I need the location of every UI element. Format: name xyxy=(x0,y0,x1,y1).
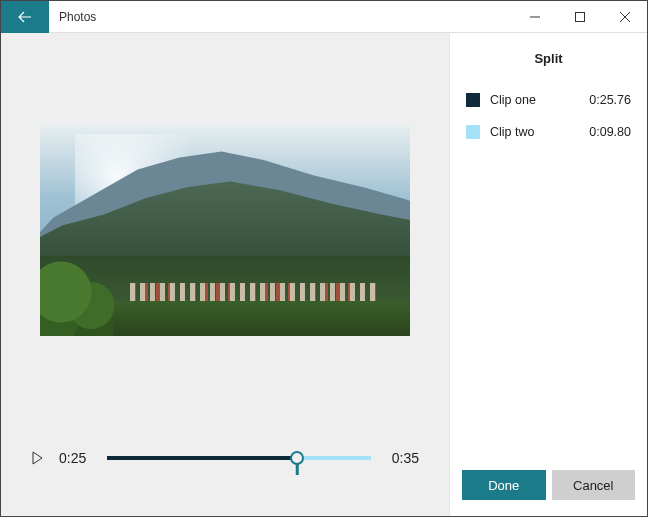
window-controls xyxy=(512,1,647,33)
minimize-button[interactable] xyxy=(512,1,557,33)
clip-row[interactable]: Clip one 0:25.76 xyxy=(466,84,631,116)
timeline-track[interactable] xyxy=(107,448,371,468)
maximize-button[interactable] xyxy=(557,1,602,33)
svg-rect-0 xyxy=(575,12,584,21)
back-button[interactable] xyxy=(1,1,49,33)
split-panel: Split Clip one 0:25.76 Clip two 0:09.80 … xyxy=(449,33,647,516)
close-button[interactable] xyxy=(602,1,647,33)
clip-one-swatch xyxy=(466,93,480,107)
play-button[interactable] xyxy=(31,450,47,466)
panel-title: Split xyxy=(450,33,647,80)
window-title: Photos xyxy=(49,10,512,24)
clip-list: Clip one 0:25.76 Clip two 0:09.80 xyxy=(450,80,647,148)
clip-two-segment xyxy=(297,456,371,460)
clip-label: Clip one xyxy=(490,93,589,107)
total-time: 0:35 xyxy=(383,450,419,466)
clip-row[interactable]: Clip two 0:09.80 xyxy=(466,116,631,148)
clip-one-segment xyxy=(107,456,297,460)
timeline: 0:25 0:35 xyxy=(31,426,419,516)
split-playhead[interactable] xyxy=(290,451,304,465)
clip-duration: 0:09.80 xyxy=(589,125,631,139)
cancel-button[interactable]: Cancel xyxy=(552,470,636,500)
editor-pane: 0:25 0:35 xyxy=(1,33,449,516)
clip-label: Clip two xyxy=(490,125,589,139)
current-time: 0:25 xyxy=(59,450,95,466)
clip-duration: 0:25.76 xyxy=(589,93,631,107)
titlebar: Photos xyxy=(1,1,647,33)
clip-two-swatch xyxy=(466,125,480,139)
done-button[interactable]: Done xyxy=(462,470,546,500)
video-preview[interactable] xyxy=(40,124,410,336)
